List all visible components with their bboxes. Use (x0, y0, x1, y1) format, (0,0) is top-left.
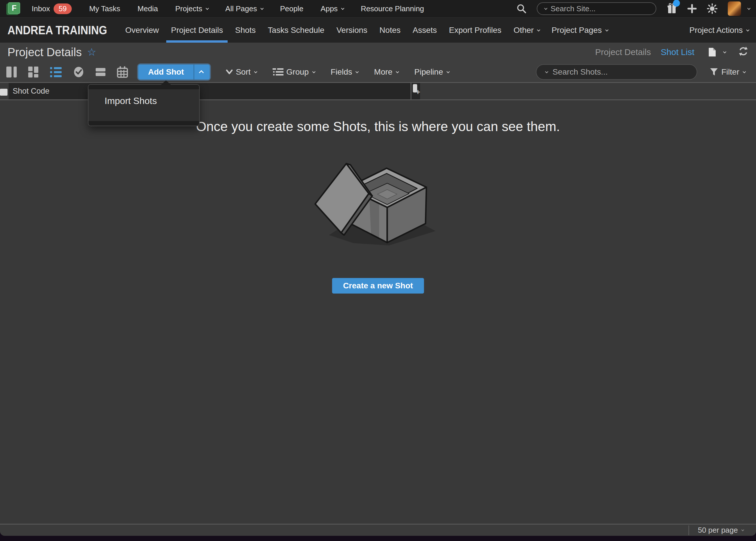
filter-menu[interactable]: Filter (710, 67, 745, 77)
chevron-down-icon (746, 28, 749, 31)
nav-item-all-pages[interactable]: All Pages (225, 4, 263, 13)
add-shot-dropdown-menu: Import Shots (88, 84, 200, 126)
bottom-status-bar: 50 per page (0, 524, 756, 536)
chevron-down-icon (741, 528, 744, 531)
site-search-box[interactable] (537, 2, 656, 15)
shots-search-box[interactable] (536, 64, 697, 80)
tab-project-pages[interactable]: Project Pages (551, 18, 607, 43)
project-tabs: Overview Project Details Shots Tasks Sch… (125, 18, 608, 43)
chevron-down-icon (743, 70, 746, 73)
add-shot-button[interactable]: Add Shot (138, 65, 194, 80)
user-avatar[interactable] (728, 1, 741, 16)
shots-toolbar: Add Shot Sort Group Fields More Pipeline… (0, 62, 756, 83)
star-favorite-icon[interactable]: ☆ (87, 46, 96, 58)
project-name[interactable]: ANDREA TRAINING (7, 23, 107, 37)
plus-icon[interactable] (687, 4, 697, 13)
chevron-down-icon (605, 28, 608, 31)
add-column-button[interactable]: + (411, 83, 420, 99)
add-shot-menu-button[interactable] (194, 65, 210, 80)
tab-notes[interactable]: Notes (379, 18, 400, 43)
pipeline-menu[interactable]: Pipeline (414, 67, 449, 77)
group-menu[interactable]: Group (273, 67, 315, 77)
refresh-icon[interactable] (738, 46, 749, 58)
add-shot-split-button: Add Shot (138, 65, 210, 80)
view-link-project-details[interactable]: Project Details (595, 47, 651, 57)
empty-box-illustration (312, 157, 444, 249)
top-nav-right (516, 1, 750, 16)
project-nav-bar: ANDREA TRAINING Overview Project Details… (0, 17, 756, 43)
select-all-handle[interactable] (0, 89, 7, 96)
project-actions-menu[interactable]: Project Actions (689, 26, 749, 35)
page-title: Project Details (7, 46, 82, 59)
nav-item-apps[interactable]: Apps (321, 4, 344, 13)
more-menu[interactable]: More (374, 67, 398, 77)
notification-dot (673, 0, 680, 7)
gift-notifications-icon[interactable] (667, 3, 677, 14)
chevron-down-icon[interactable] (544, 7, 547, 10)
logo-face: F (8, 2, 20, 14)
sort-menu[interactable]: Sort (226, 67, 256, 77)
sort-arrow-icon (226, 69, 233, 75)
nav-item-label: Inbox (32, 4, 50, 13)
page-size-selector[interactable]: 50 per page (698, 526, 743, 535)
shots-search-input[interactable] (553, 67, 674, 77)
tab-overview[interactable]: Overview (125, 18, 159, 43)
tab-tasks-schedule[interactable]: Tasks Schedule (268, 18, 325, 43)
nav-item-media[interactable]: Media (137, 4, 158, 13)
tab-assets[interactable]: Assets (412, 18, 437, 43)
sun-theme-icon[interactable] (707, 3, 717, 14)
page-header-right: Project Details Shot List (595, 46, 749, 58)
flow-logo-icon[interactable]: F (6, 2, 20, 15)
nav-item-people[interactable]: People (280, 4, 304, 13)
fields-menu[interactable]: Fields (331, 67, 358, 77)
tab-project-details[interactable]: Project Details (171, 18, 223, 43)
chevron-down-icon (446, 70, 450, 73)
group-icon (273, 68, 284, 76)
view-mode-icons (6, 66, 128, 78)
chevron-down-icon (341, 7, 344, 10)
chevron-up-icon (199, 70, 204, 75)
chevron-down-icon (261, 7, 264, 10)
chevron-down-icon (537, 28, 540, 31)
chevron-down-icon[interactable] (723, 50, 726, 53)
site-search-input[interactable] (550, 4, 637, 13)
document-icon[interactable] (708, 47, 725, 57)
nav-item-my-tasks[interactable]: My Tasks (89, 4, 120, 13)
shot-list-content: Once you create some Shots, this is wher… (0, 100, 756, 524)
menu-item-import-shots[interactable]: Import Shots (88, 89, 199, 106)
tab-other[interactable]: Other (513, 18, 539, 43)
view-link-shot-list[interactable]: Shot List (661, 47, 694, 57)
nav-item-inbox[interactable]: Inbox 59 (32, 3, 72, 14)
create-new-shot-button[interactable]: Create a new Shot (332, 278, 424, 293)
column-header-shot-code[interactable]: Shot Code (9, 83, 410, 99)
top-nav-bar: F Inbox 59 My Tasks Media Projects All P… (0, 0, 756, 17)
chevron-down-icon (356, 70, 359, 73)
thumbnails-view-icon[interactable] (28, 67, 39, 78)
tab-shots[interactable]: Shots (235, 18, 256, 43)
chevron-down-icon[interactable] (747, 7, 751, 10)
chevron-down-icon (312, 70, 315, 73)
panels-view-icon[interactable] (6, 67, 17, 78)
menu-scroll-band (88, 121, 199, 126)
nav-item-projects[interactable]: Projects (175, 4, 208, 13)
chevron-down-icon[interactable] (545, 70, 548, 73)
plus-icon: + (416, 88, 420, 97)
chevron-down-icon (206, 7, 209, 10)
top-nav-items: Inbox 59 My Tasks Media Projects All Pag… (32, 3, 424, 14)
tasks-check-icon[interactable] (73, 67, 84, 78)
footer-divider (688, 525, 689, 535)
app-window: F Inbox 59 My Tasks Media Projects All P… (0, 0, 756, 536)
menu-scroll-band (88, 85, 199, 89)
chevron-down-icon (396, 70, 399, 73)
tab-versions[interactable]: Versions (337, 18, 368, 43)
tab-export-profiles[interactable]: Export Profiles (449, 18, 501, 43)
nav-item-resource-planning[interactable]: Resource Planning (361, 4, 424, 13)
search-icon[interactable] (516, 4, 526, 14)
calendar-view-icon[interactable] (117, 66, 128, 78)
row-select-gutter (0, 83, 9, 99)
list-view-icon[interactable] (50, 67, 62, 78)
rows-view-icon[interactable] (96, 67, 105, 77)
page-header: Project Details ☆ Project Details Shot L… (0, 43, 756, 62)
funnel-icon (710, 68, 718, 76)
inbox-count-badge: 59 (54, 3, 72, 14)
